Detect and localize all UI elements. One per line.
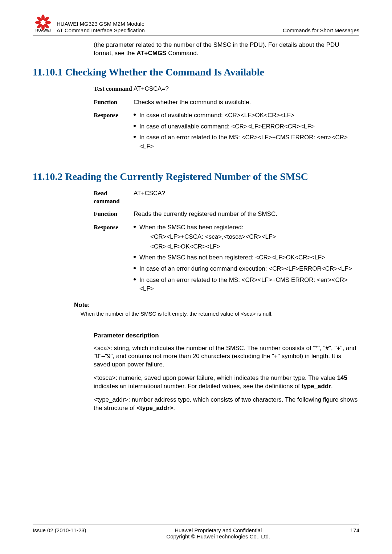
intro-paragraph: (the parameter related to the number of … (94, 41, 359, 58)
sec2-table: Read command AT+CSCA? Function Reads the… (94, 189, 359, 296)
response-item: When the SMSC has been registered: <CR><… (134, 223, 359, 251)
test-command-value: AT+CSCA=? (134, 85, 359, 94)
test-command-label: Test command (94, 85, 134, 94)
response-item: In case of available command: <CR><LF>OK… (134, 111, 359, 120)
note-label: Note: (74, 301, 359, 309)
response-subline: <CR><LF>+CSCA: <sca>,<tosca><CR><LF> (150, 233, 359, 242)
response-item: In case of an error related to the MS: <… (134, 276, 359, 294)
param-type-addr: <type_addr>: number address type, which … (94, 396, 359, 413)
page-header: HUAWEI HUAWEI MG323 GSM M2M Module AT Co… (33, 14, 359, 36)
read-command-value: AT+CSCA? (134, 189, 359, 205)
response-item: In case of unavailable command: <CR><LF>… (134, 122, 359, 131)
footer-issue: Issue 02 (2010-11-23) (33, 527, 86, 539)
footer-proprietary: Huawei Proprietary and Confidential (86, 527, 350, 533)
header-section-name: Commands for Short Messages (283, 27, 359, 34)
footer-page-number: 174 (350, 527, 359, 539)
function-value: Checks whether the command is available. (134, 98, 359, 107)
sec1-table: Test command AT+CSCA=? Function Checks w… (94, 85, 359, 153)
section-11-10-1-heading: 11.10.1 Checking Whether the Command Is … (33, 66, 359, 78)
page-footer: Issue 02 (2010-11-23) Huawei Proprietary… (33, 525, 359, 539)
param-tosca: <tosca>: numeric, saved upon power failu… (94, 374, 359, 391)
header-title-line1: HUAWEI MG323 GSM M2M Module (57, 21, 145, 28)
function-label: Function (94, 210, 134, 219)
response-list: When the SMSC has been registered: <CR><… (134, 223, 359, 294)
parameter-description-heading: Parameter description (94, 332, 359, 339)
response-item: In case of an error during command execu… (134, 264, 359, 274)
huawei-logo: HUAWEI (33, 14, 54, 35)
response-subline: <CR><LF>OK<CR><LF> (150, 242, 359, 251)
note-block: Note: When the number of the SMSC is lef… (74, 301, 359, 317)
note-text: When the number of the SMSC is left empt… (81, 310, 359, 317)
response-label: Response (94, 111, 134, 153)
response-item: In case of an error related to the MS: <… (134, 133, 359, 151)
read-command-label: Read command (94, 189, 134, 205)
header-titles: HUAWEI MG323 GSM M2M Module AT Command I… (57, 21, 145, 34)
response-list: In case of available command: <CR><LF>OK… (134, 111, 359, 151)
response-item-text: When the SMSC has been registered: (139, 224, 243, 231)
header-title-line2: AT Command Interface Specification (57, 27, 145, 34)
function-label: Function (94, 98, 134, 107)
function-value: Reads the currently registered number of… (134, 210, 359, 219)
section-11-10-2-heading: 11.10.2 Reading the Currently Registered… (33, 171, 359, 182)
param-sca: <sca>: string, which indicates the numbe… (94, 344, 359, 369)
response-item: When the SMSC has not been registered: <… (134, 253, 359, 262)
response-label: Response (94, 223, 134, 296)
footer-copyright: Copyright © Huawei Technologies Co., Ltd… (86, 533, 350, 539)
